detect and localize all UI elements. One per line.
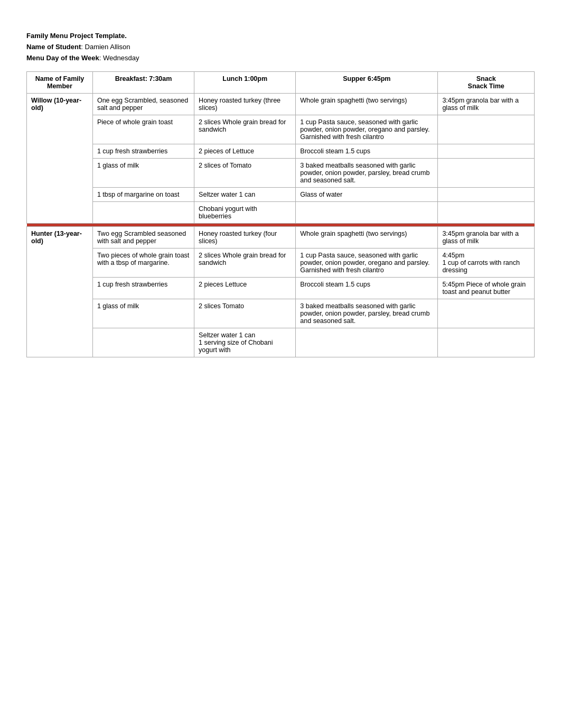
snack-cell: 5:45pm Piece of whole grain toast and pe… xyxy=(438,278,535,299)
supper-cell: Whole grain spaghetti (two servings) xyxy=(296,94,438,115)
header-snack: SnackSnack Time xyxy=(438,72,535,94)
lunch-cell: 2 slices Whole grain bread for sandwich xyxy=(194,115,296,144)
breakfast-cell: 1 cup fresh strawberries xyxy=(92,144,194,159)
lunch-cell: Seltzer water 1 can xyxy=(194,188,296,202)
snack-cell: 3:45pm granola bar with a glass of milk xyxy=(438,227,535,248)
table-row: 1 cup fresh strawberries2 pieces of Lett… xyxy=(27,144,535,159)
breakfast-cell: Two pieces of whole grain toast with a t… xyxy=(92,248,194,278)
lunch-cell: Honey roasted turkey (four slices) xyxy=(194,227,296,248)
supper-cell: 1 cup Pasta sauce, seasoned with garlic … xyxy=(296,115,438,144)
member-name-cell: Willow (10-year-old) xyxy=(27,94,93,224)
table-row: Piece of whole grain toast2 slices Whole… xyxy=(27,115,535,144)
header-lunch: Lunch 1:00pm xyxy=(194,72,296,94)
table-header-row: Name of FamilyMember Breakfast: 7:30am L… xyxy=(27,72,535,94)
supper-cell xyxy=(296,202,438,224)
breakfast-cell: 1 glass of milk xyxy=(92,299,194,328)
header-supper: Supper 6:45pm xyxy=(296,72,438,94)
snack-cell xyxy=(438,144,535,159)
table-row: 1 cup fresh strawberries2 pieces Lettuce… xyxy=(27,278,535,299)
breakfast-cell: Piece of whole grain toast xyxy=(92,115,194,144)
lunch-cell: 2 slices of Tomato xyxy=(194,159,296,188)
breakfast-cell: 1 tbsp of margarine on toast xyxy=(92,188,194,202)
supper-cell: 3 baked meatballs seasoned with garlic p… xyxy=(296,159,438,188)
header-block: Family Menu Project Template. Name of St… xyxy=(26,32,535,62)
snack-cell xyxy=(438,328,535,357)
breakfast-cell xyxy=(92,202,194,224)
header-member: Name of FamilyMember xyxy=(27,72,93,94)
table-row: Willow (10-year-old)One egg Scrambled, s… xyxy=(27,94,535,115)
snack-cell xyxy=(438,202,535,224)
snack-cell: 4:45pm 1 cup of carrots with ranch dress… xyxy=(438,248,535,278)
lunch-cell: 2 slices Whole grain bread for sandwich xyxy=(194,248,296,278)
supper-cell: 3 baked meatballs seasoned with garlic p… xyxy=(296,299,438,328)
snack-cell xyxy=(438,115,535,144)
student-line: Name of Student: Damien Allison xyxy=(26,43,535,51)
lunch-cell: Seltzer water 1 can 1 serving size of Ch… xyxy=(194,328,296,357)
table-row: Hunter (13-year-old)Two egg Scrambled se… xyxy=(27,227,535,248)
lunch-cell: 2 pieces of Lettuce xyxy=(194,144,296,159)
menu-day-line: Menu Day of the Week: Wednesday xyxy=(26,54,535,62)
supper-cell: Broccoli steam 1.5 cups xyxy=(296,144,438,159)
table-row: Chobani yogurt with blueberries xyxy=(27,202,535,224)
table-row: 1 tbsp of margarine on toastSeltzer wate… xyxy=(27,188,535,202)
lunch-cell: Honey roasted turkey (three slices) xyxy=(194,94,296,115)
header-breakfast: Breakfast: 7:30am xyxy=(92,72,194,94)
member-name-cell: Hunter (13-year-old) xyxy=(27,227,93,357)
table-row: Two pieces of whole grain toast with a t… xyxy=(27,248,535,278)
lunch-cell: 2 slices Tomato xyxy=(194,299,296,328)
table-row: Seltzer water 1 can 1 serving size of Ch… xyxy=(27,328,535,357)
lunch-cell: Chobani yogurt with blueberries xyxy=(194,202,296,224)
table-row: 1 glass of milk2 slices Tomato3 baked me… xyxy=(27,299,535,328)
snack-cell xyxy=(438,299,535,328)
breakfast-cell: Two egg Scrambled seasoned with salt and… xyxy=(92,227,194,248)
supper-cell: Broccoli steam 1.5 cups xyxy=(296,278,438,299)
snack-cell xyxy=(438,159,535,188)
supper-cell xyxy=(296,328,438,357)
snack-cell: 3:45pm granola bar with a glass of milk xyxy=(438,94,535,115)
lunch-cell: 2 pieces Lettuce xyxy=(194,278,296,299)
menu-table: Name of FamilyMember Breakfast: 7:30am L… xyxy=(26,71,535,357)
breakfast-cell xyxy=(92,328,194,357)
breakfast-cell: 1 cup fresh strawberries xyxy=(92,278,194,299)
supper-cell: Whole grain spaghetti (two servings) xyxy=(296,227,438,248)
breakfast-cell: 1 glass of milk xyxy=(92,159,194,188)
snack-cell xyxy=(438,188,535,202)
breakfast-cell: One egg Scrambled, seasoned salt and pep… xyxy=(92,94,194,115)
project-title: Family Menu Project Template. xyxy=(26,32,535,40)
supper-cell: 1 cup Pasta sauce, seasoned with garlic … xyxy=(296,248,438,278)
table-row: 1 glass of milk2 slices of Tomato3 baked… xyxy=(27,159,535,188)
supper-cell: Glass of water xyxy=(296,188,438,202)
